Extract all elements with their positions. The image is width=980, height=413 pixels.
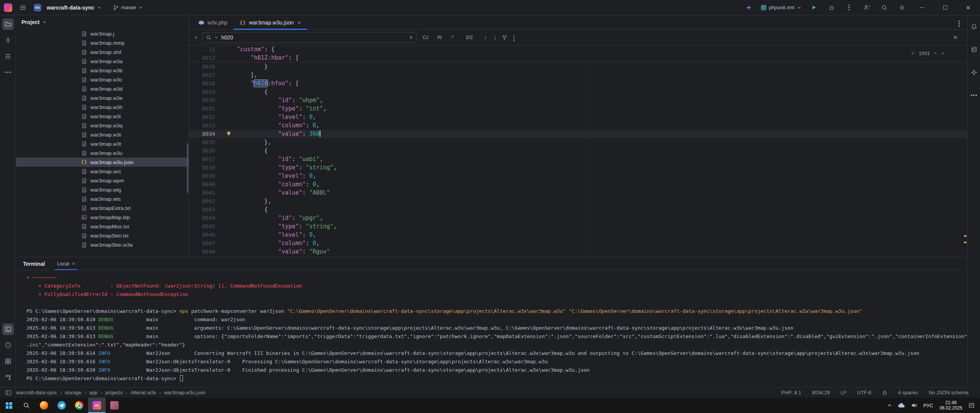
breadcrumb-Alterac.w3x[interactable]: Alterac.w3x bbox=[131, 390, 156, 395]
code-editor[interactable]: 13 "custom": {8012 "h01Z:hbar": [ 8026 }… bbox=[189, 45, 967, 257]
tray-chevron-up-icon[interactable] bbox=[887, 404, 892, 407]
tree-item-war3map.shd[interactable]: war3map.shd bbox=[16, 47, 189, 57]
tree-item-war3map.w3a[interactable]: war3map.w3a bbox=[16, 57, 189, 66]
tab-options-icon[interactable] bbox=[959, 19, 960, 26]
code-line-8046[interactable]: 8046 "level": 0, bbox=[189, 231, 967, 239]
code-line-8026[interactable]: 8026 } bbox=[189, 62, 967, 71]
volume-icon[interactable] bbox=[911, 403, 917, 408]
code-line-13[interactable]: 13 "custom": { bbox=[189, 45, 967, 54]
tree-item-war3map.w3c[interactable]: war3map.w3c bbox=[16, 75, 189, 84]
firefox-button[interactable] bbox=[35, 398, 53, 413]
code-line-8035[interactable]: 8035 }, bbox=[189, 138, 967, 146]
terminal-output[interactable]: + ~~~~~~~~ + CategoryInfo : ObjectNotFou… bbox=[16, 270, 967, 383]
telegram-button[interactable] bbox=[53, 398, 70, 413]
problems-tool-icon[interactable] bbox=[2, 340, 14, 351]
close-terminal-tab-icon[interactable]: × bbox=[72, 261, 75, 267]
code-line-8012[interactable]: 8012 "h01Z:hbar": [ bbox=[189, 54, 967, 62]
close-find-bar-icon[interactable]: × bbox=[953, 33, 963, 42]
next-match-icon[interactable]: ↓ bbox=[492, 34, 498, 41]
tree-item-war3mapSkin.w3a[interactable]: war3mapSkin.w3a bbox=[16, 240, 189, 249]
services-tool-icon[interactable] bbox=[2, 356, 14, 367]
code-line-8042[interactable]: 8042 }, bbox=[189, 197, 967, 205]
project-scrollbar[interactable] bbox=[187, 143, 188, 193]
tree-item-war3mapExtra.txt[interactable]: war3mapExtra.txt bbox=[16, 203, 189, 213]
code-line-8033[interactable]: 8033 "column": 0, bbox=[189, 121, 967, 130]
tree-item-war3map.w3u[interactable]: war3map.w3u bbox=[16, 148, 189, 158]
main-menu-icon[interactable] bbox=[18, 2, 28, 13]
code-line-8037[interactable]: 8037 "id": "uabi", bbox=[189, 155, 967, 163]
ai-assistant-icon[interactable] bbox=[743, 2, 754, 13]
settings-gear-icon[interactable] bbox=[897, 2, 907, 13]
tree-item-war3map.w3t[interactable]: war3map.w3t bbox=[16, 139, 189, 148]
code-line-8029[interactable]: 8029 { bbox=[189, 88, 967, 96]
database-tool-icon[interactable] bbox=[968, 44, 980, 55]
lock-icon[interactable] bbox=[882, 390, 887, 395]
action-center-icon[interactable] bbox=[969, 402, 975, 408]
minimize-button[interactable] bbox=[914, 2, 930, 13]
code-line-8043[interactable]: 8043 { bbox=[189, 205, 967, 214]
debug-button[interactable] bbox=[826, 2, 837, 13]
code-line-8047[interactable]: 8047 "column": 0, bbox=[189, 239, 967, 247]
more-actions-icon[interactable] bbox=[844, 2, 854, 13]
project-panel-header[interactable]: Project bbox=[16, 15, 189, 29]
match-case-toggle[interactable]: Cc bbox=[420, 33, 431, 41]
tool-windows-icon[interactable] bbox=[5, 390, 11, 396]
code-line-8034[interactable]: 8034 "value": 360 bbox=[189, 130, 967, 138]
ai-assistant-tool-icon[interactable] bbox=[968, 67, 980, 78]
tree-item-war3map.w3u.json[interactable]: {}war3map.w3u.json bbox=[16, 158, 189, 167]
project-tool-icon[interactable] bbox=[2, 18, 14, 30]
tree-item-war3map.w3h[interactable]: war3map.w3h bbox=[16, 102, 189, 112]
code-line-8044[interactable]: 8044 "id": "upgr", bbox=[189, 214, 967, 222]
code-line-8041[interactable]: 8041 "value": "A08L" bbox=[189, 189, 967, 197]
tree-item-war3mapSkin.txt[interactable]: war3mapSkin.txt bbox=[16, 231, 189, 240]
tree-item-war3map.w3e[interactable]: war3map.w3e bbox=[16, 93, 189, 102]
breadcrumb-projects[interactable]: projects bbox=[105, 390, 123, 395]
tree-item-war3map.wtg[interactable]: war3map.wtg bbox=[16, 185, 189, 194]
search-everywhere-icon[interactable] bbox=[879, 2, 890, 13]
status-4-spaces[interactable]: 4 spaces bbox=[898, 390, 918, 395]
search-history-chevron-icon[interactable] bbox=[214, 36, 218, 39]
regex-toggle[interactable]: .* bbox=[448, 33, 456, 41]
code-with-me-icon[interactable] bbox=[861, 2, 872, 13]
status-lf[interactable]: LF bbox=[841, 390, 846, 395]
code-line-8039[interactable]: 8039 "level": 0, bbox=[189, 172, 967, 180]
code-line-8048[interactable]: 8048 "value": "Rguv" bbox=[189, 247, 967, 256]
toggle-replace-chevron-icon[interactable] bbox=[194, 35, 198, 40]
notifications-icon[interactable] bbox=[968, 21, 980, 32]
code-line-8036[interactable]: 8036 { bbox=[189, 146, 967, 155]
maximize-button[interactable] bbox=[937, 2, 953, 13]
code-line-8031[interactable]: 8031 "type": "int", bbox=[189, 104, 967, 113]
code-line-8027[interactable]: 8027 ], bbox=[189, 71, 967, 79]
status-no-json-schema[interactable]: No JSON schema bbox=[929, 390, 969, 395]
clear-search-icon[interactable]: × bbox=[409, 34, 413, 41]
tree-item-war3mapMap.blp[interactable]: war3mapMap.blp bbox=[16, 213, 189, 222]
run-config-widget[interactable]: phpunit.xml bbox=[761, 5, 802, 10]
code-line-8030[interactable]: 8030 "id": "uhpm", bbox=[189, 96, 967, 104]
branch-widget[interactable]: master bbox=[113, 5, 144, 11]
status-php-8-1[interactable]: PHP: 8.1 bbox=[781, 390, 801, 395]
right-more-tools-icon[interactable] bbox=[968, 89, 980, 101]
system-clock[interactable]: 21:49 06.02.2025 bbox=[939, 400, 962, 411]
intention-bulb-icon[interactable] bbox=[226, 131, 232, 137]
whole-words-toggle[interactable]: W bbox=[435, 33, 444, 41]
filter-search-icon[interactable] bbox=[502, 35, 507, 40]
breadcrumb-war3map.w3u.json[interactable]: war3map.w3u.json bbox=[164, 390, 205, 395]
tree-item-war3map.w3i[interactable]: war3map.w3i bbox=[16, 112, 189, 121]
previous-match-icon[interactable]: ↑ bbox=[483, 34, 488, 41]
next-problem-icon[interactable] bbox=[941, 51, 945, 55]
tree-item-war3map.w3q[interactable]: war3map.w3q bbox=[16, 121, 189, 130]
breadcrumb-warcraft-data-sync[interactable]: warcraft-data-sync bbox=[16, 390, 57, 395]
terminal-tool-icon[interactable] bbox=[2, 324, 14, 335]
taskbar-search-button[interactable] bbox=[18, 398, 35, 413]
start-button[interactable] bbox=[0, 398, 18, 413]
run-button[interactable] bbox=[808, 2, 819, 13]
inspections-widget[interactable]: ✓ 1001 bbox=[908, 49, 948, 57]
tab-w3x.php[interactable]: phpw3x.php bbox=[192, 15, 234, 29]
tree-item-war3mapMisc.txt[interactable]: war3mapMisc.txt bbox=[16, 222, 189, 231]
project-widget[interactable]: warcraft-data-sync bbox=[47, 5, 101, 11]
scrollbar-warning-mark[interactable] bbox=[964, 242, 967, 243]
status-8034-29[interactable]: 8034:29 bbox=[812, 390, 830, 395]
search-options-icon[interactable] bbox=[513, 34, 515, 40]
version-control-tool-icon[interactable] bbox=[2, 372, 14, 383]
tab-war3map.w3u.json[interactable]: {}war3map.w3u.json× bbox=[234, 15, 307, 29]
